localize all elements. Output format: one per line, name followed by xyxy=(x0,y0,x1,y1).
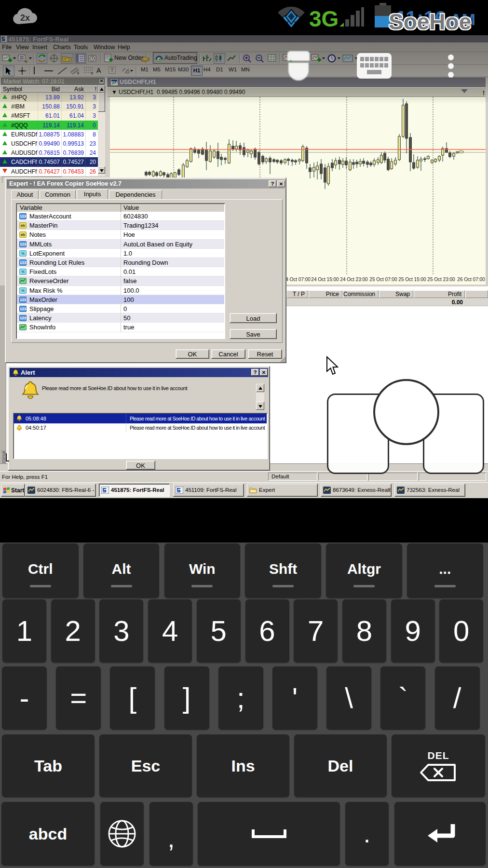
svg-text:2x: 2x xyxy=(20,13,30,23)
svg-text:E: E xyxy=(77,71,80,75)
svg-text:F: F xyxy=(91,72,93,75)
